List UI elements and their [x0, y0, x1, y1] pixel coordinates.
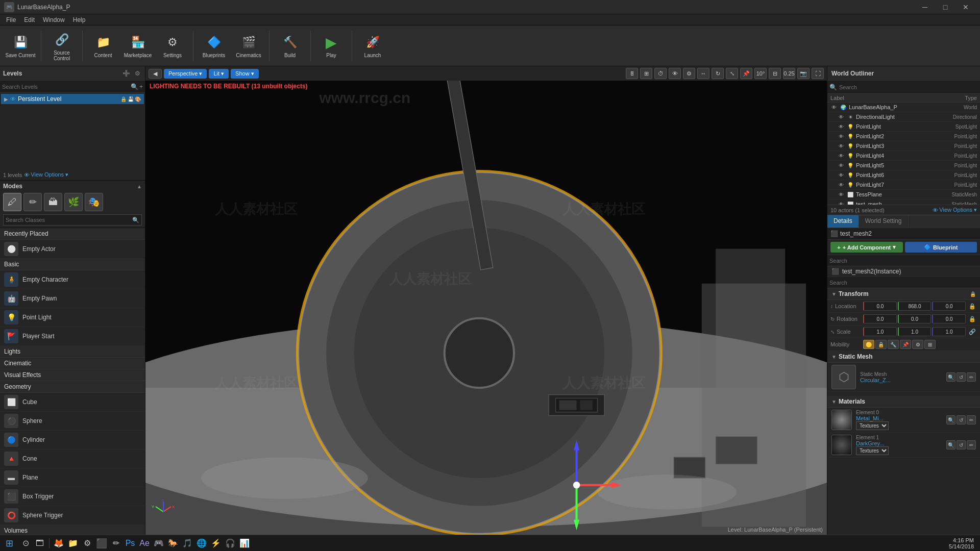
- rotation-y-input[interactable]: 0.0: [898, 314, 932, 323]
- levels-add-button[interactable]: +: [139, 83, 143, 90]
- placement-item-sphere[interactable]: ⚫ Sphere ⊕: [0, 412, 145, 431]
- camera-speed-icon[interactable]: 🎚: [626, 68, 638, 79]
- close-button[interactable]: ✕: [955, 0, 976, 14]
- category-geometry[interactable]: Geometry: [0, 381, 145, 393]
- mesh-browse-button[interactable]: 🔍: [946, 372, 955, 382]
- transform-section-header[interactable]: ▼ Transform 🔒: [827, 288, 980, 300]
- view-mode-icon[interactable]: 👁: [669, 68, 681, 79]
- add-component-button[interactable]: + + Add Component ▾: [830, 242, 903, 253]
- scale-y-input[interactable]: 1.0: [898, 327, 932, 336]
- placement-item-cube[interactable]: ⬜ Cube ⊕: [0, 393, 145, 412]
- mode-foliage-button[interactable]: 🌿: [64, 193, 83, 211]
- mode-landscape-button[interactable]: 🏔: [44, 193, 62, 211]
- menu-window[interactable]: Window: [39, 15, 69, 24]
- outliner-search-input[interactable]: [839, 84, 978, 90]
- save-icon[interactable]: 💾: [128, 96, 134, 102]
- persistent-level-item[interactable]: ▶ 👁 Persistent Level 🔒 💾 🎨: [1, 94, 144, 104]
- taskbar-chart-icon[interactable]: 📊: [237, 536, 252, 550]
- taskbar-web-icon[interactable]: 🌐: [194, 536, 209, 550]
- blueprint-button[interactable]: 🔷 Blueprint: [905, 242, 977, 253]
- taskbar-extra1-icon[interactable]: 🎮: [152, 536, 166, 550]
- location-z-input[interactable]: 0.0: [932, 302, 966, 311]
- scale-z-input[interactable]: 1.0: [932, 327, 966, 336]
- mobility-stationary-button[interactable]: 🔒: [875, 340, 887, 349]
- material-1-reset-button[interactable]: ↺: [957, 440, 966, 449]
- angle-value[interactable]: 10°: [754, 68, 767, 79]
- object-name-input[interactable]: [840, 230, 977, 237]
- levels-settings-icon[interactable]: ⚙: [133, 69, 142, 78]
- component-instance-item[interactable]: ⬛ test_mesh2(Instance): [827, 266, 980, 277]
- category-lights[interactable]: Lights: [0, 346, 145, 358]
- taskbar-extra2-icon[interactable]: ⚡: [209, 536, 223, 550]
- tab-world-settings[interactable]: World Setting: [859, 215, 909, 228]
- lit-button[interactable]: Lit ▾: [209, 69, 229, 79]
- location-lock-icon[interactable]: 🔒: [968, 302, 977, 311]
- mobility-extra3-button[interactable]: ⊞: [924, 340, 936, 349]
- levels-add-icon[interactable]: ➕: [121, 69, 131, 78]
- location-y-input[interactable]: 868.0: [898, 302, 932, 311]
- mode-place-button[interactable]: 🖊: [3, 193, 21, 211]
- play-button[interactable]: ▶ Play: [315, 28, 348, 64]
- rotation-lock-icon[interactable]: 🔒: [968, 314, 977, 323]
- rotate-icon[interactable]: ↻: [712, 68, 724, 79]
- material-0-browse-button[interactable]: 🔍: [946, 415, 955, 424]
- taskbar-headphones-icon[interactable]: 🎧: [223, 536, 237, 550]
- placement-item-empty-character[interactable]: 🧍 Empty Character ⊕: [0, 270, 145, 289]
- grid-snap-icon[interactable]: ⊞: [640, 68, 652, 79]
- placement-item-cone[interactable]: 🔺 Cone ⊕: [0, 449, 145, 468]
- cinematics-button[interactable]: 🎬 Cinematics: [232, 28, 265, 64]
- outliner-tessplane[interactable]: 👁 ⬜ TessPlane StaticMesh: [827, 190, 980, 199]
- materials-section-header[interactable]: ▼ Materials: [827, 396, 980, 408]
- scale-x-input[interactable]: 1.0: [863, 327, 897, 336]
- camera-icon[interactable]: 📷: [797, 68, 810, 79]
- realtime-icon[interactable]: ⏱: [654, 68, 667, 79]
- outliner-world-item[interactable]: 👁 🌍 LunarBaseAlpha_P World: [827, 103, 980, 112]
- mesh-edit-button[interactable]: ✏: [967, 372, 976, 382]
- tab-details[interactable]: Details: [827, 215, 859, 228]
- placement-item-cylinder[interactable]: 🔵 Cylinder ⊕: [0, 431, 145, 449]
- material-0-type-select[interactable]: Textures: [856, 421, 889, 430]
- details-search-input[interactable]: [829, 280, 978, 286]
- static-mesh-value[interactable]: Circular_Z...: [860, 377, 942, 383]
- material-1-browse-button[interactable]: 🔍: [946, 440, 955, 449]
- nav-prev-button[interactable]: ◀: [149, 69, 162, 79]
- color-icon[interactable]: 🎨: [135, 96, 141, 102]
- save-current-button[interactable]: 💾 Save Current: [4, 28, 37, 64]
- maximize-viewport-icon[interactable]: ⛶: [812, 68, 824, 79]
- rotation-x-input[interactable]: 0.0: [863, 314, 897, 323]
- zoom-value[interactable]: 0.25: [783, 68, 795, 79]
- modes-collapse-icon[interactable]: ▲: [137, 184, 142, 189]
- placement-item-point-light[interactable]: 💡 Point Light ⊕: [0, 308, 145, 327]
- minimize-button[interactable]: ─: [915, 0, 935, 14]
- outliner-pointlight[interactable]: 👁 💡 PointLight SpotLight: [827, 122, 980, 132]
- component-search-input[interactable]: [829, 258, 978, 264]
- rotation-z-input[interactable]: 0.0: [932, 314, 966, 323]
- taskbar-taskview-icon[interactable]: 🗔: [33, 536, 47, 550]
- taskbar-ue4-icon[interactable]: ⬛: [94, 536, 109, 550]
- category-volumes[interactable]: Volumes: [0, 525, 145, 535]
- taskbar-ae-icon[interactable]: Ae: [137, 536, 152, 550]
- scale-lock-icon[interactable]: 🔗: [968, 327, 977, 336]
- mobility-extra2-button[interactable]: ⚙: [912, 340, 923, 349]
- taskbar-files-icon[interactable]: 📁: [66, 536, 80, 550]
- search-classes-input[interactable]: [6, 217, 132, 223]
- outliner-pointlight6[interactable]: 👁 💡 PointLight6 PointLight: [827, 170, 980, 180]
- material-1-name[interactable]: DarkGrey...: [856, 440, 942, 446]
- material-1-type-select[interactable]: Textures: [856, 446, 889, 455]
- mode-geometry-button[interactable]: 🎭: [85, 193, 103, 211]
- location-x-input[interactable]: 0.0: [863, 302, 897, 311]
- view-options-icon[interactable]: ⚙: [683, 68, 695, 79]
- material-1-edit-button[interactable]: ✏: [967, 440, 976, 449]
- taskbar-photoshop-icon[interactable]: Ps: [123, 536, 137, 550]
- material-0-name[interactable]: Metal_Mi...: [856, 415, 942, 421]
- marketplace-button[interactable]: 🏪 Marketplace: [121, 28, 154, 64]
- static-mesh-section-header[interactable]: ▼ Static Mesh: [827, 351, 980, 363]
- outliner-pointlight4[interactable]: 👁 💡 PointLight4 PointLight: [827, 151, 980, 161]
- category-cinematic[interactable]: Cinematic: [0, 358, 145, 369]
- mode-paint-button[interactable]: ✏: [23, 193, 42, 211]
- menu-help[interactable]: Help: [69, 15, 90, 24]
- placement-item-plane[interactable]: ▬ Plane ⊕: [0, 468, 145, 487]
- launch-button[interactable]: 🚀 Launch: [356, 28, 389, 64]
- build-button[interactable]: 🔨 Build: [274, 28, 306, 64]
- outliner-directional-light[interactable]: 👁 ☀ DirectionalLight Directional: [827, 112, 980, 122]
